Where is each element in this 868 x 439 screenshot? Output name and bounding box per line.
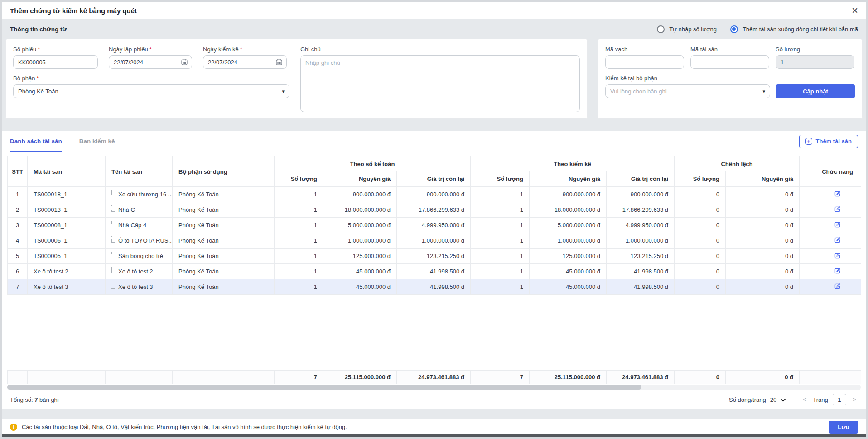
radio-manual-quantity[interactable]: Tự nhập số lượng bbox=[657, 25, 717, 33]
cell-stt: 6 bbox=[8, 264, 28, 279]
spacer-header bbox=[800, 156, 814, 187]
cell-acc_remain: 4.999.950.000 đ bbox=[397, 218, 471, 233]
save-button[interactable]: Lưu bbox=[829, 421, 858, 434]
next-page-icon[interactable]: > bbox=[851, 396, 858, 403]
horizontal-scrollbar bbox=[7, 385, 861, 390]
actions-cell bbox=[814, 249, 861, 264]
section-heading: Thông tin chứng từ bbox=[10, 26, 67, 33]
prev-page-icon[interactable]: < bbox=[801, 396, 808, 403]
totals-empty-cell bbox=[800, 371, 814, 384]
tree-indent-icon bbox=[111, 236, 115, 243]
cell-name: Xe ô tô test 2 bbox=[106, 264, 173, 279]
tree-indent-icon bbox=[111, 252, 115, 258]
field-label: Ghi chú bbox=[300, 46, 580, 53]
cell-inv_qty: 1 bbox=[471, 187, 530, 202]
page-number-input[interactable] bbox=[833, 394, 846, 405]
cell-acc_qty: 1 bbox=[275, 202, 323, 218]
field-label: Ngày kiểm kê* bbox=[203, 46, 287, 53]
cell-code: Xe ô tô test 3 bbox=[28, 279, 106, 295]
cell-stt: 1 bbox=[8, 187, 28, 202]
tab-asset-list[interactable]: Danh sách tài sản bbox=[10, 131, 62, 152]
cell-department: Phòng Kế Toán bbox=[173, 202, 275, 218]
department-select[interactable]: Phòng Kế Toán ▾ bbox=[13, 84, 289, 98]
edit-icon[interactable] bbox=[834, 283, 841, 290]
actions-cell bbox=[814, 279, 861, 295]
table-row[interactable]: 1TS000018_1Xe cứu thương 16 ...Phòng Kế … bbox=[8, 187, 861, 202]
total-diff-qty: 0 bbox=[675, 371, 726, 384]
totals-empty-cell bbox=[173, 371, 275, 384]
col-header-quantity: Số lượng bbox=[675, 171, 726, 187]
cell-diff_price: 0 đ bbox=[726, 202, 800, 218]
field-label: Kiểm kê tại bộ phận bbox=[605, 75, 855, 82]
barcode-input[interactable] bbox=[605, 55, 684, 69]
cell-code: Xe ô tô test 2 bbox=[28, 264, 106, 279]
cell-inv_qty: 1 bbox=[471, 233, 530, 249]
asset-name-text: Xe ô tô test 2 bbox=[118, 268, 153, 275]
document-number-input[interactable] bbox=[13, 55, 98, 69]
chevron-down-icon bbox=[781, 396, 786, 403]
asset-name-text: Ô tô TOYOTA RUS... bbox=[118, 237, 173, 244]
col-header-original-price: Nguyên giá bbox=[323, 171, 397, 187]
table-row[interactable]: 5TS000005_1Sân bóng cho trẻPhòng Kế Toán… bbox=[8, 249, 861, 264]
table-row[interactable]: 2TS000013_1Nhà CPhòng Kế Toán118.000.000… bbox=[8, 202, 861, 218]
radio-unchecked-icon[interactable] bbox=[657, 25, 665, 33]
col-header-quantity: Số lượng bbox=[275, 171, 323, 187]
cell-acc_price: 18.000.000.000 đ bbox=[323, 202, 397, 218]
edit-icon[interactable] bbox=[834, 190, 841, 198]
cell-acc_remain: 1.000.000.000 đ bbox=[397, 233, 471, 249]
edit-icon[interactable] bbox=[834, 221, 841, 229]
tab-bar: Danh sách tài sản Ban kiểm kê + Thêm tài… bbox=[2, 131, 866, 152]
dialog-header: Thêm chứng từ kiểm kê bằng máy quét × bbox=[2, 2, 866, 19]
cell-inv_price: 125.000.000 đ bbox=[530, 249, 607, 264]
cell-diff_price: 0 đ bbox=[726, 264, 800, 279]
inventory-date-input[interactable] bbox=[203, 55, 287, 69]
edit-icon[interactable] bbox=[834, 252, 841, 259]
field-label: Mã tài sản bbox=[690, 46, 769, 53]
col-header-actions: Chức năng bbox=[814, 156, 861, 187]
cell-acc_qty: 1 bbox=[275, 187, 323, 202]
table-row[interactable]: 6Xe ô tô test 2Xe ô tô test 2Phòng Kế To… bbox=[8, 264, 861, 279]
radio-add-asset-per-scan[interactable]: Thêm tài sản xuống dòng chi tiết khi bắn… bbox=[730, 25, 858, 33]
cell-acc_price: 1.000.000.000 đ bbox=[323, 233, 397, 249]
footer-bar: i Các tài sản thuộc loại Đất, Nhà, Ô tô,… bbox=[2, 419, 866, 434]
create-date-input[interactable] bbox=[109, 55, 192, 69]
info-icon: i bbox=[10, 424, 17, 431]
add-asset-button[interactable]: + Thêm tài sản bbox=[799, 135, 858, 148]
cell-inv_qty: 1 bbox=[471, 279, 530, 295]
spacer-cell bbox=[800, 218, 814, 233]
edit-icon[interactable] bbox=[834, 267, 841, 275]
inventory-department-select[interactable]: Vui lòng chọn bản ghi ▾ bbox=[605, 84, 770, 98]
edit-icon[interactable] bbox=[834, 236, 841, 244]
field-label: Số lượng bbox=[776, 46, 854, 53]
cell-code: TS000008_1 bbox=[28, 218, 106, 233]
asset-table-body: 1TS000018_1Xe cứu thương 16 ...Phòng Kế … bbox=[8, 187, 861, 295]
cell-acc_price: 5.000.000.000 đ bbox=[323, 218, 397, 233]
cell-stt: 3 bbox=[8, 218, 28, 233]
table-row[interactable]: 3TS000008_1Nhà Cấp 4Phòng Kế Toán15.000.… bbox=[8, 218, 861, 233]
plus-icon: + bbox=[805, 138, 812, 145]
cell-name: Sân bóng cho trẻ bbox=[106, 249, 173, 264]
table-row[interactable]: 7Xe ô tô test 3Xe ô tô test 3Phòng Kế To… bbox=[8, 279, 861, 295]
tree-indent-icon bbox=[111, 221, 115, 227]
close-icon[interactable]: × bbox=[852, 5, 858, 16]
cell-code: TS000018_1 bbox=[28, 187, 106, 202]
asset-code-input[interactable] bbox=[690, 55, 769, 69]
scrollbar-thumb[interactable] bbox=[7, 385, 641, 390]
cell-name: Xe ô tô test 3 bbox=[106, 279, 173, 295]
edit-icon[interactable] bbox=[834, 205, 841, 213]
radio-checked-icon[interactable] bbox=[730, 25, 738, 33]
cell-acc_qty: 1 bbox=[275, 218, 323, 233]
radio-label: Thêm tài sản xuống dòng chi tiết khi bắn… bbox=[743, 26, 858, 33]
note-textarea[interactable] bbox=[300, 55, 580, 112]
cell-diff_qty: 0 bbox=[675, 249, 726, 264]
asset-table-zone: STT Mã tài sản Tên tài sản Bộ phận sử dụ… bbox=[7, 152, 861, 390]
cell-inv_remain: 900.000.000 đ bbox=[607, 187, 675, 202]
records-total: Tổng số: 7 bản ghi bbox=[10, 396, 59, 403]
tab-inventory-board[interactable]: Ban kiểm kê bbox=[79, 131, 115, 152]
page-size-select[interactable]: Số dòng/trang 20 bbox=[729, 396, 786, 403]
update-button[interactable]: Cập nhật bbox=[776, 84, 855, 98]
cell-stt: 2 bbox=[8, 202, 28, 218]
totals-empty-cell bbox=[8, 371, 28, 384]
table-row[interactable]: 4TS000006_1Ô tô TOYOTA RUS...Phòng Kế To… bbox=[8, 233, 861, 249]
cell-inv_remain: 123.215.250 đ bbox=[607, 249, 675, 264]
